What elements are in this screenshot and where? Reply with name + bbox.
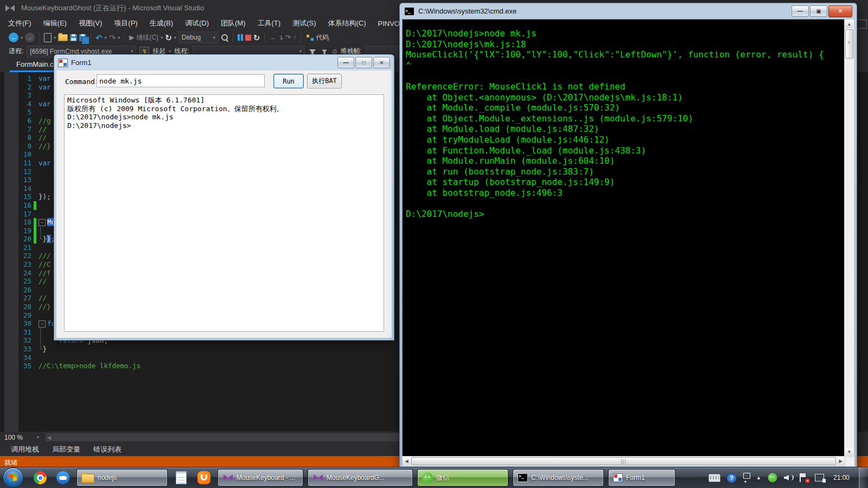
line-number: 33 (15, 345, 31, 354)
continue-label[interactable]: 继续(C) (136, 33, 158, 42)
cmd-title-bar[interactable]: C:\Windows\system32\cmd.exe — ▣ ✕ (400, 3, 857, 19)
taskbar-clock[interactable]: 21:00 (830, 474, 853, 481)
new-file-dropdown-icon[interactable]: ▾ (54, 35, 56, 40)
network-icon[interactable] (815, 474, 824, 481)
taskbar-button-微信[interactable]: 微信 (417, 469, 508, 486)
taskbar-button-label: C:\Windows\syste... (531, 474, 588, 481)
menu-item[interactable]: 工具(T) (252, 18, 287, 28)
cmd-minimize-button[interactable]: — (792, 5, 809, 17)
panel-tab[interactable]: 调用堆栈 (4, 445, 46, 454)
navigate-forward-icon[interactable]: → (25, 33, 35, 42)
cmd-resize-grip[interactable] (845, 457, 854, 466)
show-desktop-button[interactable] (859, 467, 866, 488)
debug-config-dropdown[interactable]: Debug▾ (178, 31, 219, 43)
back-dropdown-icon[interactable]: ▾ (21, 35, 23, 40)
menu-item[interactable]: 体系结构(C) (322, 18, 372, 28)
pause-icon[interactable] (238, 34, 243, 41)
cmd-close-button[interactable]: ✕ (828, 5, 852, 17)
panel-tab[interactable]: 局部变量 (46, 445, 87, 454)
navigate-back-icon[interactable]: ← (9, 33, 18, 42)
filter-flagged-icon[interactable] (322, 50, 327, 53)
taskbar-button-mousekeyboardg[interactable]: MouseKeyboardG... (308, 469, 413, 486)
restart-icon[interactable]: ↻ (253, 34, 260, 42)
scroll-left-icon[interactable]: ◀ (403, 457, 411, 465)
suspend-dropdown-icon[interactable]: ▾ (169, 49, 171, 54)
scroll-down-icon[interactable]: ▼ (845, 448, 853, 456)
taskbar-button-notepad[interactable] (172, 470, 190, 486)
cmd-horizontal-scrollbar[interactable]: ◀ ||| ▶ (402, 456, 845, 466)
menu-item[interactable]: 调试(D) (179, 18, 215, 28)
form1-close-button[interactable]: ✕ (373, 57, 390, 68)
form1-maximize-button[interactable]: □ (355, 57, 372, 68)
scroll-right-icon[interactable]: ▶ (837, 457, 845, 465)
panel-tab[interactable]: 错误列表 (87, 445, 128, 454)
menu-item[interactable]: 生成(B) (144, 18, 179, 28)
editor-horizontal-scrollbar[interactable]: ◀ (46, 433, 401, 441)
show-next-statement-icon[interactable]: → (269, 34, 276, 41)
code-map-label[interactable]: 代码 (316, 33, 329, 42)
redo-icon[interactable]: ↷ (109, 34, 116, 42)
taskbar-button-chrome[interactable] (31, 470, 49, 486)
start-button[interactable] (3, 467, 23, 488)
taskbar-button-baidu[interactable] (54, 470, 72, 486)
cmd-vertical-scrollbar[interactable]: ▲ ▼ (844, 19, 854, 457)
step-over-icon[interactable]: ↷ (285, 34, 291, 41)
menu-item[interactable]: 测试(S) (286, 18, 322, 28)
vs-window-title: MouseKeyboardGhost (正在运行) - Microsoft Vi… (21, 3, 204, 13)
menu-item[interactable]: 项目(P) (108, 18, 143, 28)
continue-dropdown-icon[interactable]: ▾ (161, 35, 163, 40)
undo-dropdown-icon[interactable]: ▾ (105, 35, 107, 40)
find-in-files-icon[interactable] (221, 34, 228, 41)
fold-marker-icon[interactable]: - (39, 320, 46, 328)
editor-zoom-dropdown[interactable]: 100 %▾ (1, 432, 42, 442)
vertical-scroll-thumb[interactable] (845, 29, 853, 59)
taskbar-button-form1[interactable]: Form1 (608, 469, 675, 486)
open-file-icon[interactable] (58, 34, 68, 41)
redo-dropdown-icon[interactable]: ▾ (118, 35, 120, 40)
run-button[interactable]: Run (273, 74, 304, 88)
show-hidden-icons-icon[interactable]: ▲ (756, 475, 761, 480)
form1-output[interactable]: Microsoft Windows [版本 6.1.7601] 版权所有 (c)… (64, 94, 384, 332)
scroll-up-icon[interactable]: ▲ (845, 20, 853, 28)
save-icon[interactable] (70, 34, 77, 41)
refresh-dropdown-icon[interactable]: ▾ (174, 35, 176, 40)
cmd-maximize-button[interactable]: ▣ (810, 5, 827, 17)
volume-icon[interactable] (784, 474, 794, 481)
cmd-icon (518, 473, 528, 482)
menu-item[interactable]: 编辑(E) (37, 18, 73, 28)
floating-deskband-icon[interactable] (743, 473, 750, 483)
form1-minimize-button[interactable]: — (337, 57, 354, 68)
wechat-tray-icon[interactable] (768, 473, 777, 483)
step-out-icon[interactable]: ↑ (293, 34, 296, 41)
taskbar: nodejsMouseKeyboard - ...MouseKeyboardG.… (0, 467, 868, 488)
line-number: 21 (15, 243, 31, 252)
line-number: 11 (15, 159, 31, 168)
menu-item[interactable]: 视图(V) (73, 18, 108, 28)
step-into-icon[interactable]: ↴ (278, 34, 283, 41)
continue-icon[interactable]: ▶ (129, 34, 134, 42)
fold-marker-icon[interactable]: - (39, 219, 46, 226)
form1-title-bar[interactable]: Form1 — □ ✕ (54, 55, 394, 70)
code-map-icon[interactable] (307, 35, 314, 41)
new-file-icon[interactable] (44, 33, 52, 42)
menu-item[interactable]: 团队(M) (215, 18, 252, 28)
action-center-flag-icon[interactable] (800, 473, 809, 482)
refresh-icon[interactable]: ↻ (165, 34, 172, 42)
taskbar-button-nodejs[interactable]: nodejs (76, 469, 168, 486)
execute-bat-button[interactable]: 执行BAT (307, 74, 342, 88)
command-input[interactable] (97, 74, 265, 87)
undo-icon[interactable]: ↶ (95, 34, 103, 42)
line-number: 22 (15, 252, 31, 260)
line-number: 28 (15, 303, 31, 311)
filter-threads-icon[interactable] (309, 49, 316, 53)
taskbar-button-uc[interactable] (195, 470, 213, 486)
menu-item[interactable]: 文件(F) (2, 18, 37, 28)
stop-debugging-icon[interactable] (245, 35, 251, 41)
cmd-console[interactable]: D:\2017\nodejs>node mk.js D:\2017\nodejs… (402, 19, 845, 457)
input-method-keyboard-icon[interactable] (709, 474, 720, 482)
taskbar-button-c-windows-syste[interactable]: C:\Windows\syste... (513, 469, 604, 486)
help-tray-icon[interactable]: ? (726, 473, 737, 483)
taskbar-button-mousekeyboard[interactable]: MouseKeyboard - ... (218, 469, 303, 486)
horizontal-scroll-thumb[interactable]: ||| (411, 457, 836, 465)
save-all-icon[interactable] (79, 34, 86, 41)
